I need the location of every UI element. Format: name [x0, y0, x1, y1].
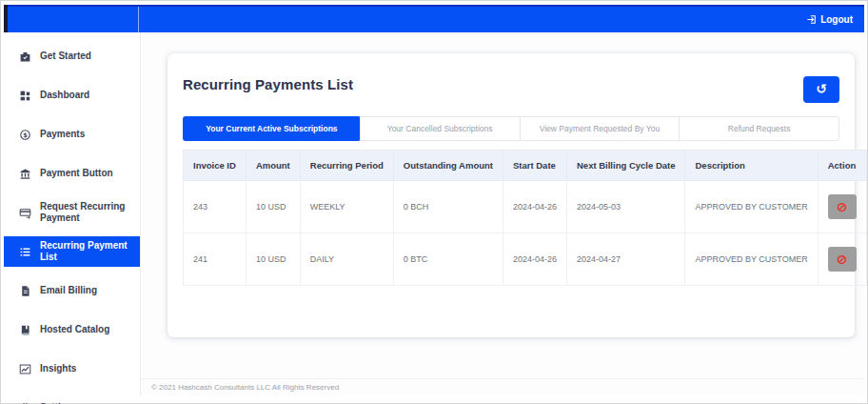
- table-row: 241 10 USD DAILY 0 BTC 2024-04-26 2024-0…: [184, 233, 867, 286]
- sidebar: Get Started Dashboard $ Payments Pay: [4, 32, 141, 395]
- page-title: Recurring Payments List: [183, 76, 839, 92]
- subscriptions-table: Invoice ID Amount Recurring Period Outst…: [183, 150, 867, 286]
- tab-refund-requests[interactable]: Refund Requests: [679, 117, 838, 140]
- copyright-footer: © 2021 Hashcash Consultants LLC All Righ…: [142, 378, 864, 395]
- cell-next-billing-cycle-date: 2024-05-03: [567, 181, 685, 233]
- cell-invoice-id: 241: [184, 233, 247, 286]
- copyright-text: © 2021 Hashcash Consultants LLC All Righ…: [151, 383, 339, 392]
- sidebar-item-payments[interactable]: $ Payments: [4, 119, 140, 150]
- recurring-payments-card: Recurring Payments List ↺ Your Current A…: [168, 53, 855, 337]
- logout-label: Logout: [820, 14, 853, 25]
- cancel-subscription-button[interactable]: ⊘: [828, 194, 857, 219]
- request-recurring-payment-icon: [19, 207, 31, 219]
- cell-start-date: 2024-04-26: [503, 233, 566, 286]
- sidebar-item-get-started[interactable]: Get Started: [4, 41, 140, 71]
- cell-amount: 10 USD: [246, 233, 300, 286]
- col-next-billing-cycle-date: Next Billing Cycle Date: [567, 151, 685, 181]
- col-amount: Amount: [246, 151, 300, 181]
- sidebar-item-payment-button[interactable]: Payment Button: [4, 158, 140, 189]
- brand-strip: [4, 5, 8, 32]
- cell-outstanding-amount: 0 BCH: [393, 181, 503, 233]
- history-button[interactable]: ↺: [803, 76, 839, 103]
- cancel-icon: ⊘: [837, 252, 848, 266]
- col-start-date: Start Date: [503, 151, 566, 181]
- payments-icon: $: [19, 129, 31, 141]
- sidebar-item-email-billing[interactable]: Email Billing: [4, 275, 140, 306]
- sidebar-item-label: Recurring Payment List: [40, 240, 134, 263]
- col-description: Description: [685, 151, 818, 181]
- tab-current-active-subscriptions[interactable]: Your Current Active Subscriptions: [183, 116, 361, 141]
- hosted-catalog-icon: [19, 324, 31, 336]
- cancel-subscription-button[interactable]: ⊘: [828, 247, 857, 272]
- cell-invoice-id: 243: [184, 181, 247, 233]
- table-header-row: Invoice ID Amount Recurring Period Outst…: [184, 151, 867, 181]
- cell-action: ⊘: [818, 181, 866, 233]
- cell-description: APPROVED BY CUSTOMER: [685, 233, 818, 286]
- cell-amount: 10 USD: [246, 181, 300, 233]
- sidebar-item-request-recurring-payment[interactable]: Request Recurring Payment: [4, 197, 140, 228]
- col-action: Action: [818, 151, 866, 181]
- cell-start-date: 2024-04-26: [503, 181, 566, 233]
- tab-cancelled-subscriptions[interactable]: Your Cancelled Subscriptions: [360, 117, 520, 140]
- cell-next-billing-cycle-date: 2024-04-27: [567, 233, 685, 286]
- col-recurring-period: Recurring Period: [300, 151, 393, 181]
- tab-label: Refund Requests: [728, 124, 791, 133]
- cell-recurring-period: WEEKLY: [300, 181, 393, 233]
- sidebar-item-label: Payments: [40, 129, 85, 140]
- insights-icon: [19, 363, 31, 375]
- sidebar-item-label: Payment Button: [40, 168, 113, 179]
- top-bar: Logout: [4, 5, 864, 32]
- sidebar-item-dashboard[interactable]: Dashboard: [4, 80, 140, 111]
- sidebar-item-label: Hosted Catalog: [40, 324, 109, 335]
- topbar-divider: [138, 7, 139, 32]
- tab-label: Your Current Active Subscriptions: [206, 124, 337, 133]
- cell-description: APPROVED BY CUSTOMER: [685, 181, 818, 233]
- email-billing-icon: [19, 285, 31, 297]
- subscription-tabs: Your Current Active Subscriptions Your C…: [183, 116, 839, 141]
- cell-action: ⊘: [818, 233, 866, 286]
- col-outstanding-amount: Outstanding Amount: [393, 151, 503, 181]
- payment-button-icon: [19, 168, 31, 180]
- app-window: Logout Get Started Dashboard $ Paym: [0, 0, 868, 404]
- cancel-icon: ⊘: [837, 200, 848, 213]
- tab-label: View Payment Requested By You: [540, 124, 660, 133]
- recurring-payment-list-icon: [19, 246, 31, 258]
- tab-label: Your Cancelled Subscriptions: [387, 124, 493, 133]
- tab-view-payment-requested[interactable]: View Payment Requested By You: [520, 117, 680, 140]
- sidebar-item-recurring-payment-list[interactable]: Recurring Payment List: [4, 236, 140, 267]
- logout-button[interactable]: Logout: [806, 14, 864, 25]
- sidebar-item-label: Dashboard: [40, 90, 89, 101]
- sidebar-item-label: Get Started: [40, 50, 91, 62]
- sidebar-item-insights[interactable]: Insights: [4, 354, 140, 384]
- sidebar-item-label: Email Billing: [40, 285, 97, 296]
- get-started-icon: [19, 50, 31, 63]
- sidebar-item-settings[interactable]: Settings: [4, 393, 140, 404]
- cell-outstanding-amount: 0 BTC: [393, 233, 503, 286]
- sidebar-item-label: Insights: [40, 363, 76, 374]
- col-invoice-id: Invoice ID: [184, 151, 247, 181]
- cell-recurring-period: DAILY: [300, 233, 393, 286]
- main-content: Recurring Payments List ↺ Your Current A…: [142, 32, 864, 395]
- sidebar-item-hosted-catalog[interactable]: Hosted Catalog: [4, 314, 140, 345]
- svg-text:$: $: [23, 131, 28, 138]
- logout-icon: [806, 14, 817, 25]
- sidebar-item-label: Request Recurring Payment: [40, 201, 134, 224]
- dashboard-icon: [19, 90, 31, 102]
- history-icon: ↺: [816, 82, 827, 95]
- table-row: 243 10 USD WEEKLY 0 BCH 2024-04-26 2024-…: [184, 181, 867, 233]
